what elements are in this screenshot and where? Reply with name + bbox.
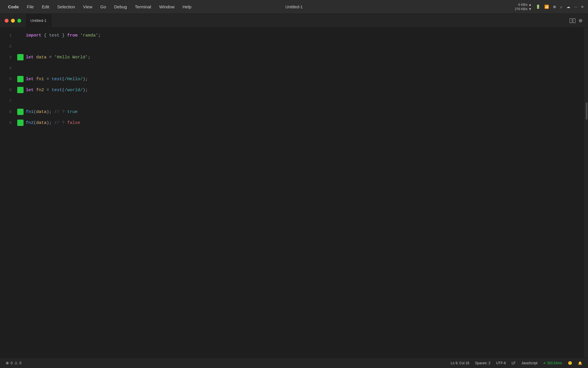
warning-icon: ⚠ xyxy=(14,361,18,365)
menu-view[interactable]: View xyxy=(80,3,96,10)
menu-window[interactable]: Window xyxy=(156,3,178,10)
menu-debug[interactable]: Debug xyxy=(111,3,130,10)
scrollbar-track[interactable] xyxy=(584,28,588,358)
token-plain xyxy=(34,88,36,93)
code-text-5: let fn1 = test(/Hello/); xyxy=(26,77,88,82)
spotlight-icon: ⌕ xyxy=(560,5,562,9)
code-text-3: let data = 'Hello World'; xyxy=(26,55,90,60)
editor-tab[interactable]: Untitled-1 xyxy=(26,14,51,28)
line-number-7: 7 xyxy=(0,99,17,103)
line-number-6: 6 xyxy=(0,88,17,92)
menu-terminal[interactable]: Terminal xyxy=(131,3,155,10)
token-punc: ( xyxy=(62,77,65,82)
smiley-icon[interactable]: 🙂 xyxy=(568,361,572,365)
scrollbar-thumb[interactable] xyxy=(586,102,587,120)
code-line-7: 7 xyxy=(0,95,584,106)
code-line-4: 4 xyxy=(0,63,584,74)
token-punc: ( xyxy=(34,110,36,114)
token-fn-name: test xyxy=(52,77,62,82)
control-center-icon: ⊗ xyxy=(553,5,556,9)
status-bar: ⊗ 0 ⚠ 0 Ln 9, Col 16 Spaces: 2 UTF-8 LF … xyxy=(0,358,588,368)
menu-selection[interactable]: Selection xyxy=(54,3,79,10)
tab-area: Untitled-1 xyxy=(0,14,570,28)
split-editor-icon[interactable] xyxy=(570,18,575,23)
token-punc: ); xyxy=(47,110,54,114)
token-var: data xyxy=(36,110,47,114)
token-kw: let xyxy=(26,88,34,93)
breakpoint-6[interactable] xyxy=(17,87,24,93)
token-fn-name: fn1 xyxy=(26,110,34,114)
line-number-4: 4 xyxy=(0,66,17,70)
eol[interactable]: LF xyxy=(512,361,516,365)
encoding[interactable]: UTF-8 xyxy=(496,361,506,365)
token-punc: } xyxy=(59,33,67,38)
status-left: ⊗ 0 ⚠ 0 xyxy=(6,361,21,365)
token-bool-false: false xyxy=(67,120,80,125)
line-number-8: 8 xyxy=(0,110,17,114)
code-line-2: 2 xyxy=(0,41,584,52)
error-number: 0 xyxy=(11,361,13,365)
token-comment: // ? xyxy=(54,110,67,114)
notification-icon[interactable]: 🔔 xyxy=(578,361,582,365)
token-punc: ; xyxy=(88,55,90,60)
code-text-9: fn2(data); // ? false xyxy=(26,120,80,125)
menu-file[interactable]: File xyxy=(24,3,37,10)
token-regex: /world/ xyxy=(65,88,83,93)
token-punc: ); xyxy=(83,88,88,93)
token-var: fn1 xyxy=(36,77,44,82)
token-punc: ; xyxy=(98,33,101,38)
breakpoint-5[interactable] xyxy=(17,76,24,82)
tab-title: Untitled-1 xyxy=(30,18,47,23)
code-line-6: 6let fn2 = test(/world/); xyxy=(0,85,584,95)
breakpoint-8[interactable] xyxy=(17,109,24,115)
battery-icon: 🔋 xyxy=(536,5,540,9)
token-var: data xyxy=(36,120,47,125)
split-right xyxy=(573,18,575,23)
cursor-position[interactable]: Ln 9, Col 16 xyxy=(451,361,469,365)
line-number-2: 2 xyxy=(0,44,17,49)
token-punc: { xyxy=(41,33,49,38)
code-line-9: 9fn2(data); // ? false xyxy=(0,117,584,128)
error-count[interactable]: ⊗ 0 ⚠ 0 xyxy=(6,361,21,365)
warning-number: 0 xyxy=(20,361,22,365)
window-title: Untitled-1 xyxy=(285,5,303,9)
minimize-button[interactable] xyxy=(11,19,15,23)
token-punc: ( xyxy=(62,88,65,93)
more-options-icon[interactable] xyxy=(579,19,582,22)
line-number-5: 5 xyxy=(0,77,17,81)
breakpoint-9[interactable] xyxy=(17,120,24,126)
close-button[interactable] xyxy=(5,19,9,23)
breakpoint-3[interactable] xyxy=(17,54,24,60)
line-number-3: 3 xyxy=(0,55,17,60)
token-comment: // ? xyxy=(54,120,67,125)
perf-indicator: ✔ 300.54ms xyxy=(543,361,562,365)
token-plain: = xyxy=(47,55,54,60)
code-line-3: 3let data = 'Hello World'; xyxy=(0,52,584,63)
menubar: Code File Edit Selection View Go Debug T… xyxy=(0,0,588,14)
menu-help[interactable]: Help xyxy=(179,3,195,10)
indentation[interactable]: Spaces: 2 xyxy=(475,361,490,365)
token-fn-name: test xyxy=(52,88,62,93)
token-var: fn2 xyxy=(36,88,44,93)
code-line-8: 8fn1(data); // ? true xyxy=(0,106,584,117)
split-left xyxy=(570,18,572,23)
traffic-lights xyxy=(0,15,26,26)
token-punc: ( xyxy=(34,120,36,125)
code-lines: 1import { test } from 'ramda';23let data… xyxy=(0,30,584,128)
code-text-1: import { test } from 'ramda'; xyxy=(26,33,101,38)
network-speed: 6 KB/s ▲276 KB/s ▼ xyxy=(515,3,532,11)
line-number-1: 1 xyxy=(0,33,17,38)
maximize-button[interactable] xyxy=(17,19,21,23)
code-line-1: 1import { test } from 'ramda'; xyxy=(0,30,584,41)
tab-actions xyxy=(570,18,588,23)
language-mode[interactable]: JavaScript xyxy=(521,361,537,365)
menu-code[interactable]: Code xyxy=(5,3,22,10)
code-text-8: fn1(data); // ? true xyxy=(26,110,78,114)
token-str: 'Hello World' xyxy=(54,55,88,60)
menu-edit[interactable]: Edit xyxy=(38,3,53,10)
menu-go[interactable]: Go xyxy=(97,3,110,10)
siri-icon: ☁ xyxy=(566,5,570,9)
more-icon: ··· xyxy=(574,5,577,9)
editor-content[interactable]: 1import { test } from 'ramda';23let data… xyxy=(0,28,584,358)
token-regex: /Hello/ xyxy=(65,77,83,82)
